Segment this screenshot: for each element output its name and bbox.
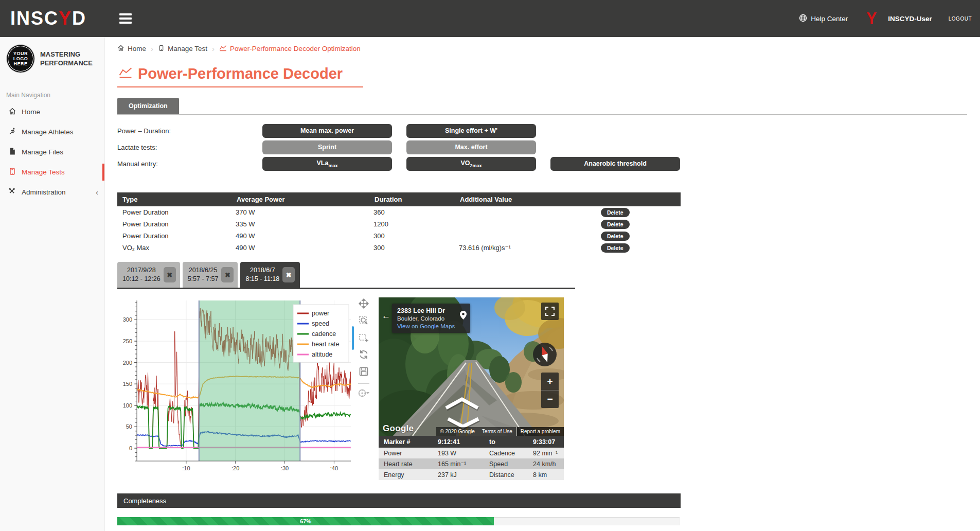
activity-chart[interactable]: 050100150200250300:10:20:30:40powerspeed…: [117, 297, 376, 479]
delete-button[interactable]: Delete: [601, 208, 630, 217]
marker-summary-table: Marker # 9:12:41 to 9:33:07 Power193 W C…: [379, 436, 564, 480]
athlete-icon: [8, 127, 16, 137]
close-icon[interactable]: ✖: [164, 267, 176, 282]
svg-text::30: :30: [281, 465, 289, 471]
row-label-power-duration: Power – Duration:: [117, 127, 262, 135]
file-icon: [8, 147, 16, 157]
close-icon[interactable]: ✖: [221, 267, 234, 282]
single-effort-button[interactable]: Single effort + W': [406, 124, 536, 138]
sidebar-item-manage-tests[interactable]: Manage Tests: [0, 162, 104, 182]
map-pin-icon: [460, 311, 467, 322]
terms-of-use-link[interactable]: Terms of Use: [478, 427, 516, 436]
modebar-active-indicator: [352, 326, 354, 350]
mean-max-power-button[interactable]: Mean max. power: [262, 124, 392, 138]
row-label-manual-entry: Manual entry:: [117, 160, 262, 168]
test-icon: [8, 167, 16, 177]
chart-modebar: [355, 298, 372, 400]
table-row: Power Duration335 W 1200 Delete: [117, 218, 681, 230]
inscyd-y-icon: Y: [866, 9, 877, 28]
save-icon[interactable]: [359, 366, 369, 379]
report-problem-link[interactable]: Report a problem: [517, 427, 564, 436]
delete-button[interactable]: Delete: [601, 220, 630, 229]
sidebar-toggle-icon[interactable]: [119, 11, 132, 26]
svg-text:altitude: altitude: [312, 351, 332, 358]
city-line: Boulder, Colorado: [397, 315, 457, 322]
tab-optimization[interactable]: Optimization: [117, 98, 179, 114]
tests-table-header: Type Average Power Duration Additional V…: [117, 192, 681, 206]
table-row: Power193 W Cadence92 min⁻¹: [379, 448, 564, 458]
table-row: Energy237 kJ Distance8 km: [379, 469, 564, 480]
table-row: Power Duration490 W 300 Delete: [117, 230, 681, 242]
compass-icon[interactable]: [533, 343, 557, 366]
date-tab-active[interactable]: 2018/6/78:15 - 11:18 ✖: [240, 262, 300, 288]
inscyd-logo[interactable]: INSCYD: [0, 8, 105, 29]
street-view-viewport[interactable]: ← 2383 Lee Hill Dr Boulder, Colorado Vie…: [379, 297, 564, 436]
street-view-panel: ← 2383 Lee Hill Dr Boulder, Colorado Vie…: [379, 297, 564, 480]
top-navbar: INSCYD Help Center Y INSCYD-User LOGOUT: [0, 0, 980, 37]
svg-text::20: :20: [231, 465, 239, 471]
home-icon: [117, 44, 124, 53]
help-center-link[interactable]: Help Center: [799, 14, 848, 24]
address-line: 2383 Lee Hill Dr: [397, 307, 457, 314]
sidebar-item-manage-athletes[interactable]: Manage Athletes: [0, 122, 104, 142]
svg-text:300: 300: [123, 316, 132, 323]
tests-table: Type Average Power Duration Additional V…: [117, 192, 681, 254]
vlamax-button[interactable]: VLamax: [262, 157, 392, 171]
zoom-in-button[interactable]: +: [541, 373, 559, 391]
google-logo: Google: [383, 423, 414, 434]
pan-icon[interactable]: [359, 298, 369, 311]
logout-link[interactable]: LOGOUT: [949, 16, 972, 22]
sidebar-section-label: Main Navigation: [0, 78, 104, 102]
chevron-right-icon: ›: [212, 44, 215, 53]
home-icon: [8, 107, 16, 117]
sidebar: YOUR LOGO HERE MASTERING PERFORMANCE Mai…: [0, 37, 105, 531]
brand-logo: YOUR LOGO HERE: [6, 44, 35, 73]
chevron-left-icon[interactable]: ‹: [96, 188, 98, 197]
sidebar-item-manage-files[interactable]: Manage Files: [0, 142, 104, 162]
session-date-tabs: 2017/9/2810:12 - 12:26 ✖ 2018/6/255:57 -…: [117, 262, 575, 289]
globe-icon: [799, 14, 807, 24]
completeness-fill: 67%: [117, 517, 494, 525]
close-icon[interactable]: ✖: [282, 267, 295, 282]
delete-button[interactable]: Delete: [601, 232, 630, 241]
vo2max-button[interactable]: VO2max: [406, 157, 536, 171]
fullscreen-icon[interactable]: [541, 303, 559, 320]
svg-text::10: :10: [182, 465, 190, 471]
axis-settings-icon[interactable]: [358, 388, 370, 400]
delete-button[interactable]: Delete: [601, 243, 630, 253]
modebar-divider: [358, 383, 369, 384]
view-on-google-maps-link[interactable]: View on Google Maps: [397, 323, 457, 329]
tab-bar: Optimization: [117, 98, 967, 115]
copyright-label: © 2020 Google: [436, 427, 478, 436]
breadcrumb: Home › Manage Test › Power-Performance D…: [117, 44, 968, 53]
breadcrumb-manage-test[interactable]: Manage Test: [158, 45, 207, 53]
completeness-progress-track: 67%: [117, 517, 680, 525]
box-select-icon[interactable]: [359, 332, 369, 345]
time-series-plot[interactable]: 050100150200250300:10:20:30:40powerspeed…: [117, 297, 354, 476]
address-card: 2383 Lee Hill Dr Boulder, Colorado View …: [392, 304, 470, 333]
tools-icon: [8, 187, 16, 197]
breadcrumb-current[interactable]: Power-Performance Decoder Optimization: [219, 45, 361, 53]
sidebar-item-administration[interactable]: Administration ‹: [0, 182, 104, 202]
table-row: Power Duration370 W 360 Delete: [117, 206, 681, 218]
user-menu[interactable]: INSCYD-User: [888, 15, 932, 23]
date-tab[interactable]: 2017/9/2810:12 - 12:26 ✖: [117, 262, 180, 288]
map-attribution: © 2020 Google Terms of Use Report a prob…: [436, 427, 564, 436]
chevron-right-icon: ›: [151, 44, 153, 53]
date-tab[interactable]: 2018/6/255:57 - 7:57 ✖: [183, 262, 238, 288]
zoom-out-button[interactable]: −: [541, 391, 559, 408]
sprint-button[interactable]: Sprint: [262, 140, 392, 154]
anaerobic-threshold-button[interactable]: Anaerobic threshold: [550, 157, 680, 171]
sidebar-item-home[interactable]: Home: [0, 102, 104, 122]
svg-text:speed: speed: [312, 320, 329, 327]
svg-text:150: 150: [123, 381, 132, 387]
autoscale-icon[interactable]: [359, 349, 369, 362]
breadcrumb-home[interactable]: Home: [117, 44, 146, 53]
zoom-icon[interactable]: [359, 315, 369, 328]
max-effort-button[interactable]: Max. effort: [406, 140, 536, 154]
table-row: VO₂ Max490 W 30073.616 (ml/kg)s⁻¹ Delete: [117, 242, 681, 254]
svg-text:power: power: [312, 310, 329, 317]
back-arrow-icon[interactable]: ←: [382, 311, 390, 321]
svg-text:50: 50: [126, 423, 132, 430]
svg-text:cadence: cadence: [312, 330, 336, 338]
